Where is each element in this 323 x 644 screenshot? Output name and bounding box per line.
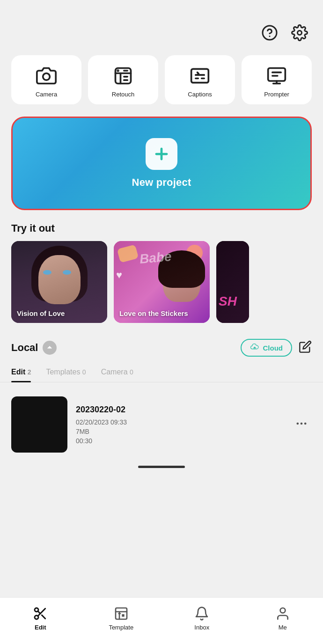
- svg-point-5: [117, 70, 118, 71]
- cloud-button-label: Cloud: [263, 344, 283, 352]
- try-card-3-bg: SH: [216, 241, 249, 323]
- nav-inbox-label: Inbox: [194, 624, 209, 631]
- bell-icon: [194, 606, 209, 621]
- tool-captions[interactable]: Captions: [165, 55, 235, 104]
- cloud-upload-icon: [250, 343, 259, 352]
- new-project-plus-icon: [146, 138, 177, 170]
- scissors-icon: [33, 606, 48, 621]
- tool-retouch-label: Retouch: [112, 91, 134, 98]
- tabs-bar: Edit 2 Templates 0 Camera 0: [0, 363, 323, 382]
- table-row: 20230220-02 02/20/2023 09:33 7MB 00:30: [11, 392, 312, 461]
- svg-point-10: [297, 423, 299, 425]
- svg-marker-19: [122, 614, 124, 616]
- tab-edit-label: Edit: [11, 368, 28, 376]
- tool-captions-label: Captions: [188, 91, 212, 98]
- tool-camera[interactable]: Camera: [11, 55, 81, 104]
- svg-point-11: [301, 423, 303, 425]
- project-duration: 00:30: [76, 437, 283, 445]
- svg-line-17: [38, 611, 40, 614]
- tool-retouch[interactable]: Retouch: [88, 55, 158, 104]
- project-date: 02/20/2023 09:33: [76, 418, 283, 426]
- try-card-lov[interactable]: SH: [216, 241, 249, 323]
- local-header: Local Cloud: [0, 334, 323, 363]
- prompter-icon: [266, 66, 287, 86]
- svg-point-2: [298, 31, 302, 35]
- svg-point-21: [280, 608, 285, 613]
- nav-me[interactable]: Me: [242, 606, 323, 631]
- project-more-button[interactable]: [291, 413, 312, 436]
- try-section-title: Try it out: [0, 219, 323, 241]
- more-dots-icon: [295, 417, 308, 430]
- try-card-1-label: Vision of Love: [17, 309, 65, 317]
- nav-edit-label: Edit: [35, 624, 46, 631]
- tool-grid: Camera Retouch Captions Prompter: [0, 51, 323, 108]
- try-card-2-label: Love on the Stickers: [119, 309, 188, 317]
- local-title: Local: [11, 342, 38, 354]
- tool-prompter-label: Prompter: [264, 91, 289, 98]
- tab-edit[interactable]: Edit 2: [11, 363, 31, 382]
- local-sort-button[interactable]: [43, 341, 57, 355]
- try-card-vision-of-love[interactable]: Vision of Love: [11, 241, 107, 323]
- arrow-up-icon: [45, 344, 54, 352]
- svg-point-12: [304, 423, 307, 425]
- pencil-icon: [299, 340, 312, 353]
- tab-camera-count: 0: [130, 368, 133, 376]
- tool-camera-label: Camera: [36, 91, 57, 98]
- nav-template[interactable]: Template: [81, 606, 162, 631]
- project-size: 7MB: [76, 428, 283, 435]
- tool-prompter[interactable]: Prompter: [242, 55, 312, 104]
- nav-me-label: Me: [279, 624, 287, 631]
- try-card-love-stickers[interactable]: ♥ Babe Love on the Stickers: [114, 241, 210, 323]
- help-icon[interactable]: [259, 22, 280, 43]
- camera-icon: [36, 66, 57, 86]
- project-thumbnail: [11, 396, 67, 453]
- top-bar: [0, 0, 323, 51]
- tab-templates-label: Templates: [46, 368, 82, 376]
- tab-camera-label: Camera: [101, 368, 130, 376]
- template-icon: [114, 606, 129, 621]
- captions-icon: [190, 66, 210, 86]
- local-right: Cloud: [241, 339, 312, 357]
- svg-point-3: [43, 73, 50, 80]
- svg-rect-7: [268, 68, 286, 81]
- bottom-nav: Edit Template Inbox Me: [0, 597, 323, 644]
- nav-inbox[interactable]: Inbox: [162, 606, 242, 631]
- person-icon: [275, 606, 290, 621]
- nav-template-label: Template: [109, 624, 133, 631]
- svg-rect-18: [116, 608, 127, 619]
- project-info: 20230220-02 02/20/2023 09:33 7MB 00:30: [76, 405, 283, 445]
- tab-camera[interactable]: Camera 0: [101, 363, 133, 382]
- edit-pencil-button[interactable]: [299, 340, 312, 355]
- nav-edit[interactable]: Edit: [0, 606, 81, 631]
- retouch-icon: [113, 66, 133, 86]
- settings-icon[interactable]: [289, 22, 310, 43]
- new-project-button[interactable]: New project: [11, 117, 312, 210]
- svg-line-16: [42, 615, 45, 618]
- tab-edit-count: 2: [28, 368, 31, 376]
- scroll-indicator: [138, 466, 185, 468]
- local-left: Local: [11, 341, 57, 355]
- new-project-label: New project: [132, 176, 191, 189]
- plus-icon: [153, 145, 170, 163]
- new-project-wrapper: New project: [0, 108, 323, 219]
- cloud-button[interactable]: Cloud: [241, 339, 293, 357]
- project-list: 20230220-02 02/20/2023 09:33 7MB 00:30: [0, 384, 323, 529]
- tab-templates[interactable]: Templates 0: [46, 363, 86, 382]
- try-scroll: Vision of Love ♥ Babe Love on the Sticke…: [0, 241, 323, 334]
- tab-templates-count: 0: [82, 368, 86, 376]
- project-name: 20230220-02: [76, 405, 283, 415]
